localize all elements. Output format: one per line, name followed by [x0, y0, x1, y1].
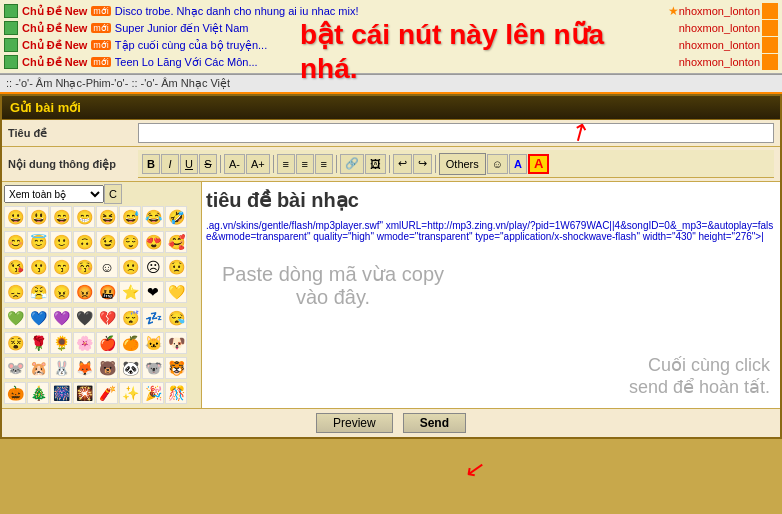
nav-user-4[interactable]: nhoxmon_lonton [679, 56, 760, 68]
emoji-item[interactable]: 🙁 [119, 256, 141, 278]
emoji-item[interactable]: 💛 [165, 281, 187, 303]
image-button[interactable]: 🖼 [365, 154, 386, 174]
preview-button[interactable]: Preview [316, 413, 393, 433]
emoji-item[interactable]: 😆 [96, 206, 118, 228]
nav-link-4[interactable]: Teen Lo Lăng Với Các Môn... [115, 56, 679, 69]
emoji-item[interactable]: 💜 [50, 307, 72, 329]
emoji-item[interactable]: 🖤 [73, 307, 95, 329]
align-right-button[interactable]: ≡ [315, 154, 333, 174]
subject-input[interactable] [138, 123, 774, 143]
color-picker-button[interactable]: A [509, 154, 527, 174]
emoji-item[interactable]: 😅 [119, 206, 141, 228]
emoji-item[interactable]: 🎆 [50, 382, 72, 404]
nav-user-3[interactable]: nhoxmon_lonton [679, 39, 760, 51]
emoji-item[interactable]: 😌 [119, 231, 141, 253]
emoji-item[interactable]: ❤ [142, 281, 164, 303]
highlight-color-button[interactable]: A [528, 154, 549, 174]
emoji-item[interactable]: 🐻 [96, 357, 118, 379]
emoji-item[interactable]: 😚 [73, 256, 95, 278]
emoji-item[interactable]: 🤬 [96, 281, 118, 303]
editor-content[interactable]: tiêu đề bài nhạc .ag.vn/skins/gentle/fla… [202, 182, 780, 408]
nav-link-2[interactable]: Super Junior đến Việt Nam [115, 22, 679, 35]
emoji-item[interactable]: 😂 [142, 206, 164, 228]
emoji-item[interactable]: 😘 [4, 256, 26, 278]
emoji-item[interactable]: 🧨 [96, 382, 118, 404]
emoji-item[interactable]: 🙂 [50, 231, 72, 253]
nav-link-3[interactable]: Tập cuối cùng của bộ truyện... [115, 39, 679, 52]
emoji-item[interactable]: 🐹 [27, 357, 49, 379]
emoji-item[interactable]: 🐨 [142, 357, 164, 379]
font-size-decrease-button[interactable]: A- [224, 154, 245, 174]
nav-row-1: Chủ Đề New mới Disco trobe. Nhạc danh ch… [4, 3, 778, 19]
emoji-close-button[interactable]: C [104, 184, 122, 204]
emoji-item[interactable]: 💚 [4, 307, 26, 329]
emoji-item[interactable]: 😴 [119, 307, 141, 329]
emoji-item[interactable]: 🦊 [73, 357, 95, 379]
emoji-item[interactable]: 🎄 [27, 382, 49, 404]
emoji-item[interactable]: 🐰 [50, 357, 72, 379]
message-label: Nội dung thông điệp [8, 158, 138, 171]
emoji-item[interactable]: 😁 [73, 206, 95, 228]
nav-link-1[interactable]: Disco trobe. Nhạc danh cho nhung ai iu n… [115, 5, 664, 18]
emoji-item[interactable]: 🎇 [73, 382, 95, 404]
emoji-item[interactable]: 🙃 [73, 231, 95, 253]
editor-code-text: .ag.vn/skins/gentle/flash/mp3player.swf"… [206, 220, 776, 242]
emoji-item[interactable]: 🐭 [4, 357, 26, 379]
emoji-item[interactable]: 🍎 [96, 332, 118, 354]
emoji-item[interactable]: ☺ [96, 256, 118, 278]
emoji-item[interactable]: 🌸 [73, 332, 95, 354]
underline-button[interactable]: U [180, 154, 198, 174]
emoji-item[interactable]: 🐱 [142, 332, 164, 354]
emoji-item[interactable]: 😡 [73, 281, 95, 303]
emoji-item[interactable]: 🎊 [165, 382, 187, 404]
emoji-item[interactable]: 🐶 [165, 332, 187, 354]
bold-button[interactable]: B [142, 154, 160, 174]
emoji-item[interactable]: 🌹 [27, 332, 49, 354]
emoji-item[interactable]: 🎃 [4, 382, 26, 404]
undo-button[interactable]: ↩ [393, 154, 412, 174]
emoji-item[interactable]: 😊 [4, 231, 26, 253]
font-size-increase-button[interactable]: A+ [246, 154, 270, 174]
strike-button[interactable]: S [199, 154, 217, 174]
emoji-item[interactable]: 🐼 [119, 357, 141, 379]
align-center-button[interactable]: ≡ [296, 154, 314, 174]
emoji-item[interactable]: 🤣 [165, 206, 187, 228]
nav-user-2[interactable]: nhoxmon_lonton [679, 22, 760, 34]
emoji-item[interactable]: ⭐ [119, 281, 141, 303]
emoji-item[interactable]: 😠 [50, 281, 72, 303]
emoji-item[interactable]: 😉 [96, 231, 118, 253]
emoji-category-select[interactable]: Xem toàn bộ [4, 185, 104, 203]
emoji-item[interactable]: 🎉 [142, 382, 164, 404]
emoji-item[interactable]: 😪 [165, 307, 187, 329]
align-left-button[interactable]: ≡ [277, 154, 295, 174]
nav-user-1[interactable]: nhoxmon_lonton [679, 5, 760, 17]
smiley-button[interactable]: ☺ [487, 154, 508, 174]
link-button[interactable]: 🔗 [340, 154, 364, 174]
emoji-item[interactable]: 💙 [27, 307, 49, 329]
emoji-item[interactable]: 🐯 [165, 357, 187, 379]
emoji-item[interactable]: 💔 [96, 307, 118, 329]
send-button[interactable]: Send [403, 413, 466, 433]
emoji-item[interactable]: 🥰 [165, 231, 187, 253]
emoji-grid: 😀 😃 😄 😁 😆 😅 😂 🤣 😊 😇 🙂 🙃 😉 😌 😍 [4, 206, 199, 406]
emoji-item[interactable]: 😟 [165, 256, 187, 278]
others-button[interactable]: Others [439, 153, 486, 175]
emoji-item[interactable]: 🌻 [50, 332, 72, 354]
emoji-item[interactable]: 😙 [50, 256, 72, 278]
emoji-item[interactable]: 😤 [27, 281, 49, 303]
redo-button[interactable]: ↪ [413, 154, 432, 174]
emoji-item[interactable]: 😇 [27, 231, 49, 253]
emoji-item[interactable]: 😄 [50, 206, 72, 228]
emoji-item[interactable]: 💤 [142, 307, 164, 329]
emoji-item[interactable]: ✨ [119, 382, 141, 404]
nav-icon-4 [4, 55, 18, 69]
emoji-item[interactable]: 😗 [27, 256, 49, 278]
emoji-item[interactable]: 😞 [4, 281, 26, 303]
emoji-item[interactable]: 😍 [142, 231, 164, 253]
italic-button[interactable]: I [161, 154, 179, 174]
emoji-item[interactable]: 😵 [4, 332, 26, 354]
emoji-item[interactable]: 😀 [4, 206, 26, 228]
emoji-item[interactable]: 🍊 [119, 332, 141, 354]
emoji-item[interactable]: ☹ [142, 256, 164, 278]
emoji-item[interactable]: 😃 [27, 206, 49, 228]
